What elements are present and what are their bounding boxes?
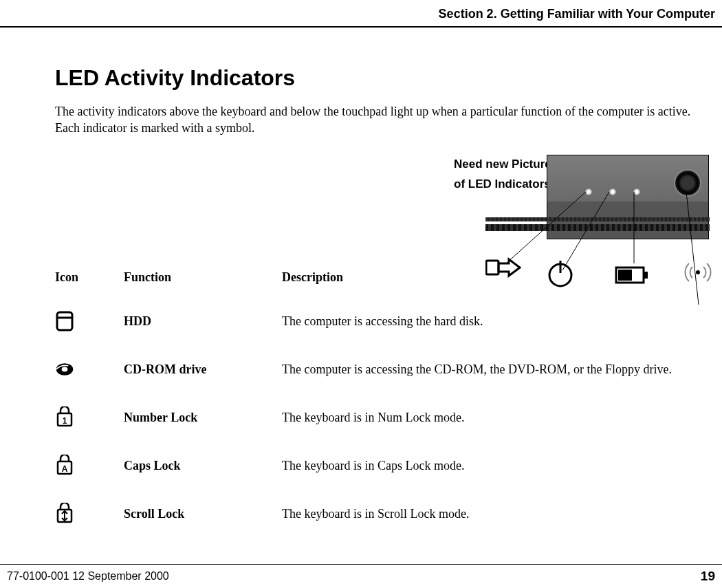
- intro-paragraph: The activity indicators above the keyboa…: [55, 103, 701, 137]
- table-header: Icon Function Description: [55, 265, 715, 297]
- svg-rect-12: [57, 312, 72, 330]
- cell-function: Scroll Lock: [124, 507, 282, 521]
- numlock-icon: 1: [55, 408, 74, 427]
- table-row: 1 Number Lock The keyboard is in Num Loc…: [55, 393, 715, 442]
- cell-description: The keyboard is in Scroll Lock mode.: [282, 507, 715, 521]
- hdd-icon: [55, 312, 74, 331]
- cell-description: The keyboard is in Num Lock mode.: [282, 411, 715, 425]
- table-row: HDD The computer is accessing the hard d…: [55, 297, 715, 345]
- section-header: Section 2. Getting Familiar with Your Co…: [439, 7, 715, 21]
- cell-function: Caps Lock: [124, 459, 282, 473]
- table-row: CD-ROM drive The computer is accessing t…: [55, 345, 715, 393]
- capslock-icon: A: [55, 456, 74, 475]
- cell-description: The keyboard is in Caps Lock mode.: [282, 459, 715, 473]
- page-title: LED Activity Indicators: [55, 65, 715, 91]
- th-function: Function: [124, 270, 282, 285]
- th-description: Description: [282, 270, 715, 285]
- page-number: 19: [701, 569, 715, 584]
- cdrom-icon: [55, 360, 74, 379]
- footer-rule: [0, 564, 722, 565]
- table-row: Scroll Lock The keyboard is in Scroll Lo…: [55, 490, 715, 538]
- header-rule: [0, 26, 722, 28]
- table-row: A Caps Lock The keyboard is in Caps Lock…: [55, 442, 715, 490]
- led-photo: [547, 155, 709, 239]
- cell-function: CD-ROM drive: [124, 362, 282, 377]
- cell-function: HDD: [124, 314, 282, 329]
- cell-description: The computer is accessing the hard disk.: [282, 314, 715, 329]
- svg-text:1: 1: [63, 416, 67, 426]
- svg-point-15: [62, 367, 68, 372]
- cell-description: The computer is accessing the CD-ROM, th…: [282, 362, 715, 377]
- svg-text:A: A: [62, 464, 68, 474]
- th-icon: Icon: [55, 270, 124, 285]
- indicator-table: Icon Function Description HDD The comput…: [55, 265, 715, 538]
- scrolllock-icon: [55, 504, 74, 523]
- cell-function: Number Lock: [124, 411, 282, 425]
- footer-docinfo: 77-0100-001 12 September 2000: [7, 570, 169, 582]
